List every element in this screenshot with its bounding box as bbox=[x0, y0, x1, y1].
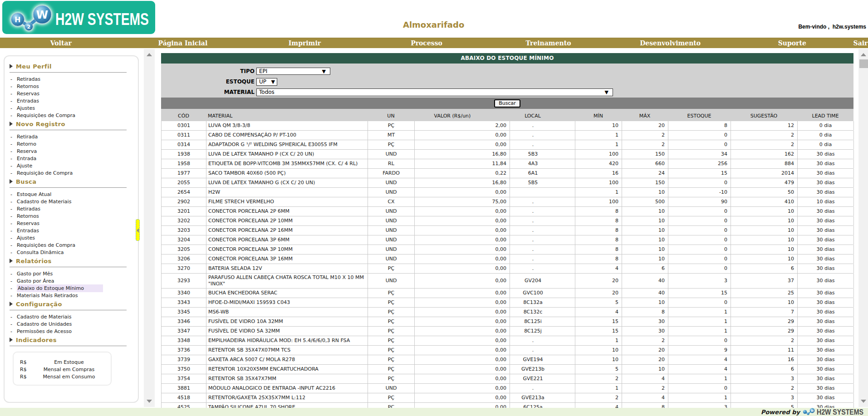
column-header-1[interactable]: CÓD bbox=[161, 113, 206, 119]
sidebar-link[interactable]: Reservas bbox=[17, 91, 39, 97]
table-row[interactable]: 3750RETENTOR 10X20X5MM ENCARTUCHADORAPÇ0… bbox=[161, 365, 853, 374]
search-button[interactable]: Buscar bbox=[494, 99, 520, 108]
nav-item-5[interactable]: Treinamento bbox=[487, 38, 609, 48]
sidebar-scrollbar[interactable] bbox=[144, 49, 155, 407]
table-row[interactable]: 3340BUCHA ENCHEDORA SERACPÇ0,00GVC100204… bbox=[161, 289, 853, 298]
sidebar-link[interactable]: Entradas bbox=[17, 98, 39, 104]
table-row[interactable]: 0314ADAPTADOR G ¹/² WELDING SPHERICAL E3… bbox=[161, 140, 853, 150]
sidebar-link[interactable]: Retiradas bbox=[17, 206, 40, 212]
sidebar-link[interactable]: Requisições de Compra bbox=[17, 113, 75, 118]
nav-item-6[interactable]: Desenvolvimento bbox=[609, 38, 731, 48]
cell-un: UND bbox=[368, 245, 415, 254]
nav-item-sair[interactable]: Sair bbox=[853, 38, 868, 48]
sidebar-link[interactable]: Retirada bbox=[17, 134, 38, 140]
sidebar-section-title[interactable]: Novo Registro bbox=[5, 120, 133, 127]
sidebar-link[interactable]: Entrada bbox=[17, 156, 36, 162]
sidebar-link[interactable]: Consulta Dinâmica bbox=[17, 250, 64, 255]
table-row[interactable]: 2055LUVA DE LATEX TAMANHO G (CX C/ 20 UN… bbox=[161, 178, 853, 188]
table-row[interactable]: 3205CONECTOR PORCELANA 3P 10MMUND0,00.81… bbox=[161, 245, 853, 254]
indicator-currency: R$ bbox=[20, 373, 27, 381]
app-logo[interactable]: H 2 W H2W SYSTEMS bbox=[2, 1, 155, 34]
sidebar-section-title[interactable]: Indicadores bbox=[5, 336, 133, 343]
table-row[interactable]: 4518RETENTOR/GAXETA 25X35X7MM L:112PÇ0,0… bbox=[161, 393, 853, 403]
sidebar-link[interactable]: Ajuste bbox=[17, 163, 32, 169]
sidebar-collapse-handle[interactable] bbox=[136, 219, 140, 241]
column-header-2[interactable]: MATERIAL bbox=[206, 113, 368, 119]
sidebar-section-title[interactable]: Busca bbox=[5, 178, 133, 185]
sidebar-link[interactable]: Requisições de Compra bbox=[17, 242, 75, 248]
nav-item-7[interactable]: Suporte bbox=[731, 38, 853, 48]
sidebar-link[interactable]: Cadastro de Unidades bbox=[17, 321, 72, 327]
sidebar-link[interactable]: Ajustes bbox=[17, 235, 35, 241]
sidebar-section-title[interactable]: Configuração bbox=[5, 300, 133, 308]
table-row[interactable]: 3206CONECTOR PORCELANA 3P 16MMUND0,00.81… bbox=[161, 254, 853, 264]
column-header-9[interactable]: SUGESTÃO bbox=[731, 113, 797, 119]
nav-item-1[interactable]: Voltar bbox=[0, 38, 122, 48]
column-header-6[interactable]: MÍN bbox=[575, 113, 622, 119]
table-row[interactable]: 3736RETENTOR SB 35X47X07MM TCSPÇ0,00.102… bbox=[161, 346, 853, 355]
column-header-8[interactable]: ESTOQUE bbox=[668, 113, 731, 119]
scroll-down-icon[interactable] bbox=[147, 400, 152, 403]
table-row[interactable]: 3346FUSÍVEL DE VIDRO 10A 32MMPÇ0,008C125… bbox=[161, 317, 853, 327]
filter-select-estoque[interactable]: UP▼ bbox=[256, 78, 277, 86]
table-row[interactable]: 2902FILME STRECH VERMELHOCX75,00.1005009… bbox=[161, 197, 853, 207]
nav-item-4[interactable]: Processo bbox=[366, 38, 488, 48]
sidebar-link[interactable]: Ajustes bbox=[17, 105, 35, 111]
sidebar-link[interactable]: Entradas bbox=[17, 228, 39, 234]
sidebar-link[interactable]: Retornos bbox=[17, 213, 39, 219]
sidebar-section-label: Busca bbox=[16, 178, 36, 185]
filter-select-material[interactable]: Todos▼ bbox=[256, 88, 613, 96]
sidebar-item: -Retornos bbox=[5, 213, 133, 220]
sidebar-link[interactable]: Requisição de Compra bbox=[17, 170, 73, 176]
table-row[interactable]: 3739GAXETA ARCA 5007 C/ MOLA R278PÇ0,00G… bbox=[161, 355, 853, 365]
table-row[interactable]: 3345MS6-WBPÇ0,008C132c481730 dias bbox=[161, 308, 853, 317]
table-row[interactable]: 0311CABO DE COMPENSAÇÃO P/ PT-100MT0,00.… bbox=[161, 131, 853, 140]
column-header-3[interactable]: UN bbox=[368, 113, 414, 119]
sidebar-link[interactable]: Cadastro de Materiais bbox=[17, 199, 71, 205]
table-row[interactable]: 1977SACO TAMBOR 40X60 (500 PÇ)FARDO0,226… bbox=[161, 169, 853, 178]
column-header-7[interactable]: MÁX bbox=[622, 113, 668, 119]
sidebar-link[interactable]: Gasto por Mês bbox=[17, 271, 53, 277]
table-row[interactable]: 3881MÓDULO ANALOGICO DE ENTRADA -INPUT A… bbox=[161, 384, 853, 393]
table-row[interactable]: 3203CONECTOR PORCELANA 2P 16MMUND0,00.81… bbox=[161, 226, 853, 235]
table-row[interactable]: 3347FUSÍVEL DE VIDRO 5A 32MMPÇ0,008C125j… bbox=[161, 327, 853, 336]
scroll-thumb[interactable] bbox=[859, 59, 868, 68]
sidebar-link[interactable]: Materiais Mais Retirados bbox=[17, 293, 78, 299]
sidebar-section-title[interactable]: Meu Perfil bbox=[5, 63, 133, 70]
column-header-5[interactable]: LOCAL bbox=[490, 113, 575, 119]
sidebar-link[interactable]: Reservas bbox=[17, 220, 39, 226]
nav-item-3[interactable]: Imprimir bbox=[244, 38, 366, 48]
table-row[interactable]: 3204CONECTOR PORCELANA 3P 6MMUND0,00.810… bbox=[161, 235, 853, 245]
triangle-right-icon bbox=[10, 338, 13, 342]
column-header-10[interactable]: LEAD TIME bbox=[797, 113, 853, 119]
table-row[interactable]: 2654H2WUND0,00110-105030 dias bbox=[161, 188, 853, 197]
sidebar-link[interactable]: Estoque Atual bbox=[17, 191, 51, 197]
sidebar-link[interactable]: Reserva bbox=[17, 148, 37, 154]
table-row[interactable]: 3343HFOE-D-MIDI/MAXI 159593 C043PÇ0,008C… bbox=[161, 298, 853, 308]
filter-select-tipo[interactable]: EPI▼ bbox=[256, 68, 330, 75]
table-row[interactable]: 1938LUVA DE LATEX TAMANHO P (CX C/ 20 UN… bbox=[161, 150, 853, 159]
table-row[interactable]: 3270BATERIA SELADA 12VPÇ0,00.460630 dias bbox=[161, 264, 853, 274]
scroll-up-icon[interactable] bbox=[861, 53, 866, 56]
table-row[interactable]: 3202CONECTOR PORCELANA 2P 10MMUND0,00.81… bbox=[161, 216, 853, 226]
table-row[interactable]: 3293PARAFUSO ALLEN CABEÇA CHATA ROSCA TO… bbox=[161, 274, 853, 289]
sidebar-link[interactable]: Permissões de Acesso bbox=[17, 328, 72, 334]
sidebar-link[interactable]: Retornos bbox=[17, 83, 39, 89]
sidebar-link[interactable]: Abaixo do Estoque Mínimo bbox=[17, 284, 103, 292]
main-scrollbar[interactable] bbox=[858, 49, 868, 407]
cell-valor-r-un-: 0,00 bbox=[415, 365, 510, 374]
table-row[interactable]: 3348EMPILHADEIRA HIDRÁULICA MOD: EH 5.4/… bbox=[161, 336, 853, 346]
table-row[interactable]: 1958ETIQUETA DE BOPP-VITCOMB 3M 35MMX57M… bbox=[161, 159, 853, 169]
table-row[interactable]: 3201CONECTOR PORCELANA 2P 6MMUND0,00.810… bbox=[161, 207, 853, 216]
sidebar-section-title[interactable]: Relatórios bbox=[5, 257, 133, 264]
sidebar-link[interactable]: Gasto por Área bbox=[17, 278, 54, 284]
table-row[interactable]: 3754RETENTOR SB 35X47X7MMPÇ0,00GVE221241… bbox=[161, 374, 853, 384]
sidebar-link[interactable]: Retorno bbox=[17, 141, 36, 147]
table-row[interactable]: 0301LUVA QM 3/8-3/8PÇ2,00.10208120 dia bbox=[161, 121, 853, 131]
column-header-4[interactable]: VALOR (R$/un) bbox=[414, 113, 490, 119]
sidebar-link[interactable]: Retiradas bbox=[17, 76, 40, 82]
nav-item-2[interactable]: Página Inicial bbox=[122, 38, 244, 48]
scroll-down-icon[interactable] bbox=[861, 400, 866, 403]
scroll-up-icon[interactable] bbox=[147, 53, 152, 56]
sidebar-link[interactable]: Cadastro de Materiais bbox=[17, 314, 71, 320]
